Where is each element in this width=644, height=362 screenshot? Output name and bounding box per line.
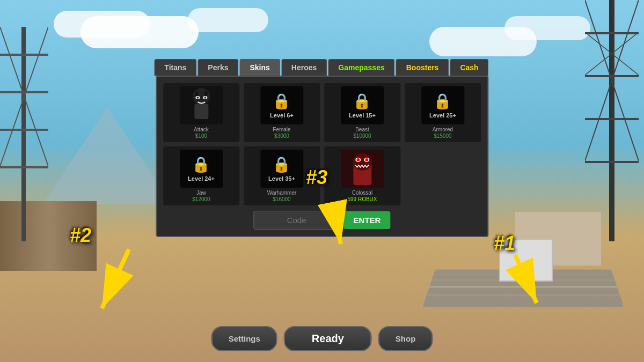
- warhammer-lock-overlay: 🔒 Level 35+: [260, 150, 303, 188]
- svg-rect-23: [194, 104, 208, 119]
- cloud-2: [80, 16, 199, 48]
- cloud-5: [504, 16, 590, 40]
- beast-lock-level: Level 15+: [349, 112, 376, 119]
- bottom-bar: Settings Ready Shop: [211, 326, 433, 351]
- svg-point-25: [353, 153, 372, 171]
- warhammer-lock-level: Level 35+: [268, 175, 295, 182]
- tab-skins[interactable]: Skins: [239, 59, 280, 76]
- tower-right: [585, 0, 639, 241]
- skin-jaw[interactable]: 🔒 Level 24+ Jaw $12000: [163, 146, 239, 205]
- tab-boosters[interactable]: Boosters: [396, 59, 449, 76]
- skin-attack-label: Attack: [194, 127, 209, 132]
- annotation-2: #2: [70, 224, 91, 247]
- skin-warhammer-label: Warhammer: [267, 190, 297, 196]
- svg-rect-0: [21, 27, 26, 241]
- svg-rect-1: [0, 54, 48, 56]
- svg-point-22: [204, 97, 206, 99]
- armored-lock-icon: 🔒: [433, 92, 452, 110]
- svg-rect-10: [585, 118, 639, 120]
- tab-bar: Titans Perks Skins Heroes Gamepasses Boo…: [154, 59, 489, 76]
- cloud-3: [188, 8, 268, 32]
- skin-attack[interactable]: Attack $100: [163, 83, 239, 142]
- skin-female[interactable]: 🔒 Level 6+ Female $3000: [244, 83, 320, 142]
- annotation-3: #3: [306, 166, 327, 189]
- skin-armored-label: Armored: [433, 127, 453, 132]
- skin-female-price: $3000: [274, 133, 289, 139]
- armored-lock-level: Level 25+: [429, 112, 456, 119]
- svg-line-31: [515, 255, 537, 303]
- skin-beast-label: Beast: [355, 127, 369, 132]
- skin-armored[interactable]: 🔒 Level 25+ Armored $15000: [405, 83, 481, 142]
- svg-rect-7: [609, 0, 614, 241]
- attack-character-svg: [182, 87, 220, 124]
- svg-line-35: [333, 204, 341, 244]
- tab-heroes[interactable]: Heroes: [281, 59, 327, 76]
- skin-colossal-label: Colossal: [352, 190, 372, 196]
- skin-armored-price: $15000: [434, 133, 451, 139]
- svg-line-33: [102, 249, 129, 308]
- skin-female-label: Female: [273, 127, 290, 132]
- arrow-2: [80, 244, 145, 319]
- female-lock-level: Level 6+: [270, 112, 294, 119]
- shop-button[interactable]: Shop: [378, 326, 433, 351]
- svg-point-16: [193, 88, 210, 105]
- colossal-character-svg: [343, 150, 381, 188]
- skin-warhammer-portrait: 🔒 Level 35+: [260, 150, 303, 188]
- arrow-1: [499, 249, 553, 314]
- jaw-lock-level: Level 24+: [188, 175, 215, 182]
- svg-point-29: [365, 158, 368, 161]
- settings-button[interactable]: Settings: [211, 326, 277, 351]
- skin-warhammer-price: $16000: [273, 196, 290, 202]
- warhammer-lock-icon: 🔒: [272, 156, 291, 173]
- svg-rect-3: [0, 129, 48, 131]
- arrow-3: [317, 198, 360, 252]
- skin-female-portrait: 🔒 Level 6+: [260, 86, 303, 124]
- skin-beast-price: $10000: [353, 133, 371, 139]
- tab-cash[interactable]: Cash: [450, 59, 488, 76]
- svg-rect-9: [585, 75, 639, 77]
- skin-beast[interactable]: 🔒 Level 15+ Beast $10000: [324, 83, 400, 142]
- skin-attack-portrait: [180, 86, 223, 124]
- female-lock-overlay: 🔒 Level 6+: [260, 86, 303, 124]
- armored-lock-overlay: 🔒 Level 25+: [421, 86, 464, 124]
- tower-left: [0, 27, 48, 241]
- mountain: [43, 107, 172, 204]
- skin-jaw-price: $12000: [192, 196, 210, 202]
- skin-armored-portrait: 🔒 Level 25+: [421, 86, 464, 124]
- tab-perks[interactable]: Perks: [197, 59, 238, 76]
- skin-jaw-label: Jaw: [196, 190, 206, 196]
- skin-colossal-portrait: [341, 150, 384, 188]
- skin-beast-portrait: 🔒 Level 15+: [341, 86, 384, 124]
- jaw-lock-overlay: 🔒 Level 24+: [180, 150, 223, 188]
- female-lock-icon: 🔒: [272, 92, 291, 110]
- svg-point-21: [196, 97, 199, 99]
- tab-gamepasses[interactable]: Gamepasses: [328, 59, 394, 76]
- jaw-lock-icon: 🔒: [192, 156, 210, 173]
- svg-point-28: [356, 158, 360, 161]
- svg-rect-2: [0, 91, 48, 93]
- svg-rect-11: [585, 161, 639, 163]
- svg-rect-8: [585, 32, 639, 34]
- ready-button[interactable]: Ready: [284, 326, 372, 351]
- beast-lock-icon: 🔒: [353, 92, 371, 110]
- tab-titans[interactable]: Titans: [154, 59, 196, 76]
- skin-jaw-portrait: 🔒 Level 24+: [180, 150, 223, 188]
- skin-attack-price: $100: [195, 133, 207, 139]
- svg-rect-4: [0, 166, 48, 168]
- skin-colossal[interactable]: Colossal 599 ROBUX: [324, 146, 400, 205]
- beast-lock-overlay: 🔒 Level 15+: [341, 86, 384, 124]
